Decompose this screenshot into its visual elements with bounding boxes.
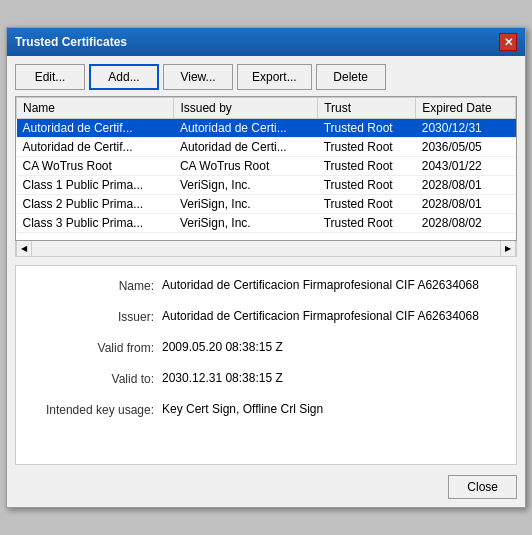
table-cell: Autoridad de Certif... (17, 119, 174, 138)
window-title: Trusted Certificates (15, 35, 127, 49)
col-issued-by[interactable]: Issued by (174, 98, 318, 119)
export-button[interactable]: Export... (237, 64, 312, 90)
table-cell: 2028/08/01 (416, 195, 516, 214)
col-trust[interactable]: Trust (318, 98, 416, 119)
scroll-right-icon[interactable]: ▶ (500, 241, 516, 257)
valid-from-value: 2009.05.20 08:38:15 Z (162, 340, 500, 354)
certificates-table-container: Name Issued by Trust Expired Date Autori… (15, 96, 517, 241)
intended-key-label: Intended key usage: (32, 402, 162, 417)
table-cell: 2030/12/31 (416, 119, 516, 138)
add-button[interactable]: Add... (89, 64, 159, 90)
col-expired-date[interactable]: Expired Date (416, 98, 516, 119)
table-cell: VeriSign, Inc. (174, 176, 318, 195)
table-cell: Trusted Root (318, 176, 416, 195)
table-row[interactable]: Autoridad de Certif...Autoridad de Certi… (17, 119, 516, 138)
delete-button[interactable]: Delete (316, 64, 386, 90)
table-cell: Autoridad de Certi... (174, 119, 318, 138)
table-cell: Class 1 Public Prima... (17, 176, 174, 195)
scroll-left-icon[interactable]: ◀ (16, 241, 32, 257)
table-cell: Trusted Root (318, 195, 416, 214)
table-scroll[interactable]: Name Issued by Trust Expired Date Autori… (16, 97, 516, 240)
issuer-label: Issuer: (32, 309, 162, 324)
issuer-value: Autoridad de Certificacion Firmaprofesio… (162, 309, 500, 323)
table-cell: CA WoTrus Root (174, 157, 318, 176)
toolbar: Edit... Add... View... Export... Delete (7, 56, 525, 96)
table-cell: 2036/05/05 (416, 138, 516, 157)
table-cell: CA WoTrus Root (17, 157, 174, 176)
table-cell: Autoridad de Certi... (174, 138, 318, 157)
table-cell: Class 3 Public Prima... (17, 214, 174, 233)
table-cell: 2028/08/02 (416, 214, 516, 233)
valid-from-label: Valid from: (32, 340, 162, 355)
table-row[interactable]: CA WoTrus RootCA WoTrus RootTrusted Root… (17, 157, 516, 176)
detail-valid-to-row: Valid to: 2030.12.31 08:38:15 Z (32, 371, 500, 386)
table-row[interactable]: Class 2 Public Prima...VeriSign, Inc.Tru… (17, 195, 516, 214)
horizontal-scrollbar[interactable]: ◀ ▶ (15, 241, 517, 257)
col-name[interactable]: Name (17, 98, 174, 119)
table-row[interactable]: Class 1 Public Prima...VeriSign, Inc.Tru… (17, 176, 516, 195)
name-label: Name: (32, 278, 162, 293)
detail-intended-key-row: Intended key usage: Key Cert Sign, Offli… (32, 402, 500, 417)
close-button[interactable]: Close (448, 475, 517, 499)
table-cell: Trusted Root (318, 214, 416, 233)
close-icon[interactable]: ✕ (499, 33, 517, 51)
detail-name-row: Name: Autoridad de Certificacion Firmapr… (32, 278, 500, 293)
title-bar: Trusted Certificates ✕ (7, 28, 525, 56)
table-cell: Autoridad de Certif... (17, 138, 174, 157)
intended-key-value: Key Cert Sign, Offline Crl Sign (162, 402, 500, 416)
table-cell: VeriSign, Inc. (174, 195, 318, 214)
table-cell: 2028/08/01 (416, 176, 516, 195)
table-row[interactable]: Autoridad de Certif...Autoridad de Certi… (17, 138, 516, 157)
table-cell: Trusted Root (318, 138, 416, 157)
main-window: Trusted Certificates ✕ Edit... Add... Vi… (6, 27, 526, 508)
table-row[interactable]: Class 3 Public Prima...VeriSign, Inc.Tru… (17, 214, 516, 233)
detail-issuer-row: Issuer: Autoridad de Certificacion Firma… (32, 309, 500, 324)
table-cell: 2043/01/22 (416, 157, 516, 176)
certificates-table: Name Issued by Trust Expired Date Autori… (16, 97, 516, 233)
edit-button[interactable]: Edit... (15, 64, 85, 90)
view-button[interactable]: View... (163, 64, 233, 90)
table-cell: Trusted Root (318, 157, 416, 176)
valid-to-value: 2030.12.31 08:38:15 Z (162, 371, 500, 385)
footer: Close (7, 469, 525, 507)
valid-to-label: Valid to: (32, 371, 162, 386)
details-panel: Name: Autoridad de Certificacion Firmapr… (15, 265, 517, 465)
table-cell: VeriSign, Inc. (174, 214, 318, 233)
detail-valid-from-row: Valid from: 2009.05.20 08:38:15 Z (32, 340, 500, 355)
name-value: Autoridad de Certificacion Firmaprofesio… (162, 278, 500, 292)
table-cell: Trusted Root (318, 119, 416, 138)
table-cell: Class 2 Public Prima... (17, 195, 174, 214)
